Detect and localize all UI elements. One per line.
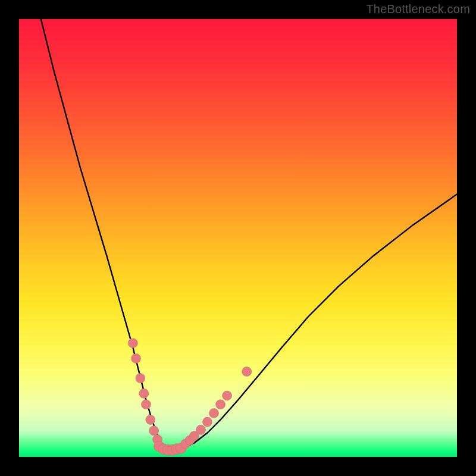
data-marker — [141, 400, 151, 409]
bottleneck-curve — [41, 19, 457, 449]
data-marker — [209, 408, 219, 418]
data-marker — [136, 374, 145, 383]
data-marker — [202, 417, 212, 427]
curve-layer — [19, 19, 457, 457]
data-marker — [216, 400, 226, 409]
plot-area — [19, 19, 457, 457]
watermark-text: TheBottleneck.com — [366, 2, 470, 16]
marker-group — [128, 339, 251, 456]
data-marker — [139, 389, 149, 398]
data-marker — [223, 391, 232, 400]
data-marker — [196, 425, 205, 434]
data-marker — [146, 415, 155, 424]
data-marker — [128, 339, 137, 348]
data-marker — [131, 353, 141, 363]
chart-frame: TheBottleneck.com — [0, 0, 476, 476]
data-marker — [149, 426, 159, 436]
data-marker — [242, 367, 252, 376]
